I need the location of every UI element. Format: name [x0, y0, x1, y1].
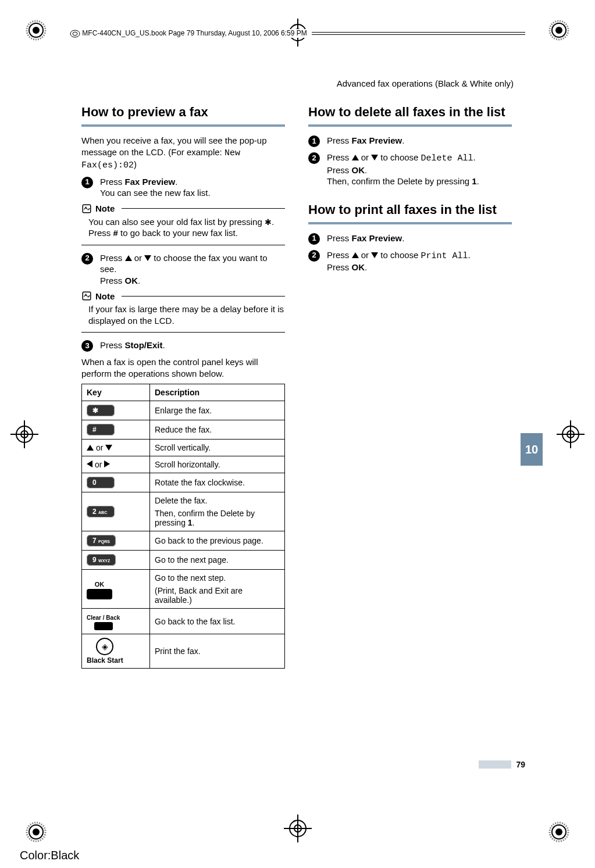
table-desc-b-a: Then, confirm the Delete by pressing	[155, 509, 255, 527]
registration-mark-right	[557, 420, 585, 448]
ok-label: OK	[95, 581, 105, 588]
table-desc: Delete the fax. Then, confirm the Delete…	[150, 492, 285, 531]
svg-point-4	[555, 27, 562, 34]
step-number-3-icon: 3	[81, 340, 93, 352]
step1-text-a: Press	[100, 177, 125, 187]
down-arrow-icon	[371, 252, 378, 258]
registration-mark-left	[10, 420, 38, 448]
left-title: How to preview a fax	[81, 105, 285, 120]
ok-button-shape	[87, 589, 112, 599]
r1s1-text-a: Press	[327, 135, 352, 145]
step2-text-a: Press	[100, 253, 125, 263]
r1s2-or: or	[359, 152, 372, 162]
r2s2-text-b: to choose	[378, 250, 421, 260]
table-desc: Go back to the fax list.	[150, 609, 285, 634]
right2-step-2: 2 Press or to choose Print All. Press OK…	[308, 249, 512, 273]
keypad-9-icon: 9 WXYZ	[87, 554, 116, 566]
svg-point-7	[33, 828, 40, 835]
table-row: 2 ABC Delete the fax. Then, confirm the …	[82, 492, 285, 531]
r1s2-line2-b: .	[365, 165, 367, 175]
note-divider	[122, 208, 285, 209]
table-row: ✱ Enlarge the fax.	[82, 401, 285, 420]
intro-paragraph: When you receive a fax, you will see the…	[81, 135, 285, 172]
r2s1-text-b: .	[402, 233, 404, 243]
r2s2-or: or	[359, 250, 372, 260]
note-icon	[81, 203, 92, 214]
r1s2-text-b: to choose	[378, 152, 421, 162]
crop-mark-bottom-left	[26, 821, 47, 842]
right-column: How to delete all faxes in the list 1 Pr…	[308, 105, 512, 669]
left-step-2: 2 Press or to choose the fax you want to…	[81, 252, 285, 287]
below-table-para: When a fax is open the control panel key…	[81, 356, 285, 379]
note-divider	[122, 296, 285, 297]
r1s2-text-a: Press	[327, 152, 352, 162]
table-desc: Scroll vertically.	[150, 440, 285, 456]
clear-back-button-shape	[94, 622, 113, 630]
table-desc: Print the fax.	[150, 634, 285, 669]
chapter-tab: 10	[521, 433, 543, 466]
table-desc: Enlarge the fax.	[150, 401, 285, 420]
page-number: 79	[516, 760, 525, 769]
title-underline	[81, 124, 285, 127]
up-arrow-icon	[87, 445, 94, 451]
r2s2-mono: Print All	[421, 251, 468, 261]
framemaker-bar-text: MFC-440CN_UG_US.book Page 79 Thursday, A…	[82, 29, 307, 37]
left-step-1: 1 Press Fax Preview. You can see the new…	[81, 176, 285, 199]
table-desc-a: Delete the fax.	[155, 496, 280, 505]
table-or: or	[92, 460, 104, 469]
r2s1-text-a: Press	[327, 233, 352, 243]
page-number-wrap: 79	[479, 760, 525, 769]
left-step-3: 3 Press Stop/Exit.	[81, 340, 285, 352]
black-start-key-icon: ◈ Black Start	[87, 638, 123, 665]
right-arrow-icon	[104, 460, 110, 467]
keypad-star-icon: ✱	[87, 405, 115, 416]
keypad-9-sub: WXYZ	[98, 559, 110, 563]
note1-text-a: You can also see your old fax list by pr…	[88, 217, 265, 227]
star-icon: ✱	[265, 218, 272, 226]
note1-text-c: to go back to your new fax list.	[118, 228, 238, 238]
r2s2-text-c: .	[468, 250, 471, 260]
step1-line2: You can see the new fax list.	[100, 188, 211, 198]
r2s1-bold: Fax Preview	[352, 233, 402, 243]
step-number-1-icon: 1	[81, 177, 93, 188]
r1s2-line2-bold: OK	[352, 165, 365, 175]
r1s1-bold: Fax Preview	[352, 135, 402, 145]
r1s2-line3-a: Then, confirm the Delete by pressing	[327, 176, 472, 186]
r2s2-line2-a: Press	[327, 262, 352, 272]
table-desc-b: (Print, Back and Exit are available.)	[155, 586, 280, 605]
r1s2-mono: Delete All	[421, 153, 473, 163]
keypad-7-label: 7	[92, 537, 97, 545]
up-arrow-icon	[352, 155, 359, 160]
table-row: OK Go to the next step. (Print, Back and…	[82, 570, 285, 609]
note2-body: If your fax is large there may be a dela…	[81, 303, 285, 326]
step1-text-b: .	[175, 177, 177, 187]
table-head-desc: Description	[150, 384, 285, 401]
r2s2-line2-b: .	[365, 262, 367, 272]
keypad-hash-icon: #	[87, 424, 115, 435]
note-2: Note If your fax is large there may be a…	[81, 291, 285, 333]
table-row: or Scroll vertically.	[82, 440, 285, 456]
note1-hash: #	[113, 228, 118, 238]
crop-mark-top-right	[548, 20, 569, 41]
title-underline	[308, 222, 512, 224]
clear-back-label: Clear / Back	[87, 615, 120, 621]
table-desc: Reduce the fax.	[150, 420, 285, 440]
note2-label: Note	[95, 291, 115, 301]
table-desc-a: Go to the next step.	[155, 573, 280, 583]
r1s2-line2-a: Press	[327, 165, 352, 175]
keypad-2-label: 2	[92, 508, 97, 516]
table-row: Clear / Back Go back to the fax list.	[82, 609, 285, 634]
step-number-1-icon: 1	[308, 233, 320, 245]
key-table: Key Description ✱ Enlarge the fax. # Red…	[81, 384, 285, 669]
keypad-9-label: 9	[92, 556, 97, 564]
step2-or: or	[132, 253, 145, 263]
table-desc: Rotate the fax clockwise.	[150, 473, 285, 492]
crop-mark-bottom-right	[548, 821, 569, 842]
framemaker-bar: MFC-440CN_UG_US.book Page 79 Thursday, A…	[70, 32, 525, 35]
r1s2-line3-b: .	[477, 176, 479, 186]
left-arrow-icon	[87, 460, 92, 467]
keypad-0-icon: 0	[87, 477, 115, 488]
svg-point-29	[73, 32, 77, 35]
step-number-2-icon: 2	[81, 253, 93, 265]
step3-text-b: .	[163, 340, 165, 350]
